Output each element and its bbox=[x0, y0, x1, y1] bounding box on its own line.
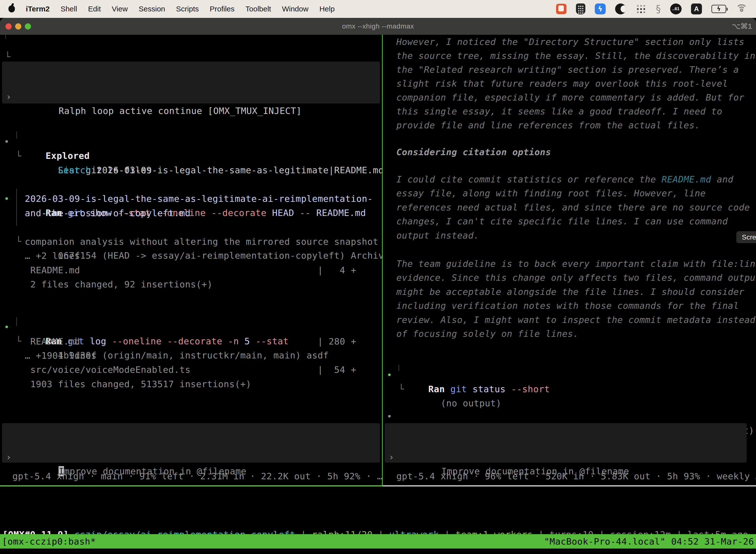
screenshot-app-icon[interactable] bbox=[556, 4, 567, 14]
menu-item-help[interactable]: Help bbox=[319, 5, 335, 13]
blue-badge-icon[interactable]: ϟ bbox=[595, 3, 606, 14]
reasoning-paragraph-line: the "Related research writing" section i… bbox=[383, 64, 739, 75]
menu-item-edit[interactable]: Edit bbox=[88, 5, 101, 13]
reasoning-paragraph-line: slight risk that future readers may over… bbox=[383, 78, 728, 89]
git-show-output-line: 2026-03-09-is-legal-the-same-as-legitima… bbox=[0, 193, 373, 204]
reasoning-paragraph-line: the source tree, missing the essay. Stil… bbox=[383, 51, 756, 61]
reasoning-paragraph-line: of focusing solely on file lines. bbox=[383, 329, 579, 339]
waiting-bullet: • bbox=[387, 409, 392, 424]
pie-crescent-icon[interactable] bbox=[615, 3, 626, 14]
menu-item-session[interactable]: Session bbox=[139, 5, 165, 13]
tmux-status-bar: [omx-cczip0:bash* "MacBook-Pro-44.local"… bbox=[0, 534, 756, 549]
wifi-icon[interactable] bbox=[736, 4, 748, 14]
git-show-stat-line: README.md | 4 + bbox=[0, 265, 356, 275]
window-title-bar: omx --xhigh --madmax ⌥⌘1 bbox=[0, 18, 756, 35]
active-pane-border bbox=[0, 485, 383, 487]
dots-grid-icon[interactable] bbox=[635, 3, 646, 14]
inject-banner: › Ralph loop active continue [OMX_TMUX_I… bbox=[2, 62, 380, 104]
inject-banner-text: Ralph loop active continue [OMX_TMUX_INJ… bbox=[46, 106, 302, 116]
git-show-summary-line: 2 files changed, 92 insertions(+) bbox=[0, 279, 212, 289]
reasoning-paragraph-line: including verification notes with those … bbox=[383, 300, 739, 311]
reasoning-paragraph-line: However, I noticed the "Directory Struct… bbox=[383, 37, 744, 47]
explored-search-text: 2026-03-09-is-legal-the-same-as-legitima… bbox=[91, 165, 382, 175]
prompt-chevron: › bbox=[389, 450, 394, 464]
menu-bar: iTerm2 Shell Edit View Session Scripts P… bbox=[0, 0, 756, 18]
apple-menu-icon[interactable] bbox=[8, 5, 15, 12]
tmux-pane-left[interactable]: └ No agents completed yet › Ralph loop a… bbox=[0, 35, 382, 486]
reasoning-paragraph-line: might be acceptable alongside the file l… bbox=[383, 287, 744, 297]
menu-item-iterm2[interactable]: iTerm2 bbox=[26, 5, 50, 13]
git-show-output-line: companion analysis without altering the … bbox=[0, 236, 378, 247]
session-status-left: gpt-5.4 xhigh · main · 91% left · 2.31M … bbox=[0, 471, 382, 481]
reasoning-paragraph-line: essay file, along with finding root file… bbox=[383, 188, 706, 198]
tmux-host-clock: "MacBook-Pro-44.local" 04:52 31-Mar-26 bbox=[544, 536, 754, 547]
squiggle-icon[interactable]: § bbox=[656, 3, 661, 14]
reasoning-paragraph-line: companion file, especially if more comme… bbox=[383, 92, 744, 103]
battery-icon[interactable]: ϟ bbox=[711, 5, 726, 13]
prompt-input-right[interactable]: › Improve documentation in @filename bbox=[385, 423, 747, 463]
reasoning-paragraph-line: output instead. bbox=[383, 230, 479, 240]
reasoning-paragraph-line: I could cite commit statistics or refere… bbox=[383, 174, 734, 184]
explored-search-label: Search bbox=[58, 165, 91, 175]
git-log-stat-line: README.md | 280 + bbox=[0, 336, 356, 346]
reasoning-section-heading: Considering citation options bbox=[383, 147, 551, 157]
keypad-shield-icon[interactable] bbox=[576, 3, 585, 14]
reasoning-paragraph-line: review. Also, I might want to inspect th… bbox=[383, 315, 756, 325]
git-show-output-line: … +2 lines bbox=[0, 251, 80, 261]
menu-item-shell[interactable]: Shell bbox=[61, 5, 77, 13]
git-log-stat-line: src/voice/voiceModeEnabled.ts | 54 + bbox=[0, 365, 356, 375]
readme-file-link: README.md bbox=[662, 174, 711, 184]
reasoning-paragraph-line: The team guideline is to back every impo… bbox=[383, 259, 756, 269]
window-title: omx --xhigh --madmax bbox=[0, 18, 756, 35]
prompt-input-left[interactable]: › Improve documentation in @filename bbox=[2, 423, 380, 463]
git-log-summary-line: 1903 files changed, 513517 insertions(+) bbox=[0, 379, 251, 389]
menu-item-profiles[interactable]: Profiles bbox=[209, 5, 234, 13]
reasoning-paragraph-line: provide file and line references from th… bbox=[383, 120, 700, 130]
menu-item-toolbelt[interactable]: Toolbelt bbox=[246, 5, 271, 13]
window-shortcut-badge: ⌥⌘1 bbox=[732, 18, 752, 35]
a-app-icon[interactable]: A bbox=[691, 3, 702, 14]
menu-item-window[interactable]: Window bbox=[282, 5, 309, 13]
git-status-command: Ran git status --short bbox=[416, 384, 550, 394]
screen-tooltip: Scre bbox=[736, 231, 756, 243]
prompt-chevron: › bbox=[6, 450, 11, 464]
tmux-pane-right[interactable]: However, I noticed the "Directory Struct… bbox=[383, 35, 756, 486]
menu-item-scripts[interactable]: Scripts bbox=[176, 5, 199, 13]
tmux-session-window: [omx-cczip0:bash* bbox=[2, 536, 96, 547]
prompt-chevron: › bbox=[6, 90, 11, 104]
menu-item-view[interactable]: View bbox=[112, 5, 128, 13]
terminal-content: └ No agents completed yet › Ralph loop a… bbox=[0, 35, 756, 554]
percent-badge-icon[interactable]: ..61 bbox=[670, 3, 682, 14]
tree-branch: └ bbox=[398, 382, 404, 396]
reasoning-paragraph-line: evidence. Since this change only affects… bbox=[383, 273, 756, 283]
reasoning-paragraph-line: references need actual files, and since … bbox=[383, 202, 750, 213]
git-show-output-line: and-the-erosion-of-copyleft.md bbox=[0, 208, 190, 218]
reasoning-paragraph-line: changes, I can't cite specific file line… bbox=[383, 216, 728, 226]
reasoning-paragraph-line: this single essay, it seems like a good … bbox=[383, 106, 722, 116]
session-status-right: gpt-5.4 xhigh · 96% left · 520K in · 5.8… bbox=[383, 471, 756, 481]
git-log-output-line: … +1901 lines bbox=[0, 350, 97, 361]
